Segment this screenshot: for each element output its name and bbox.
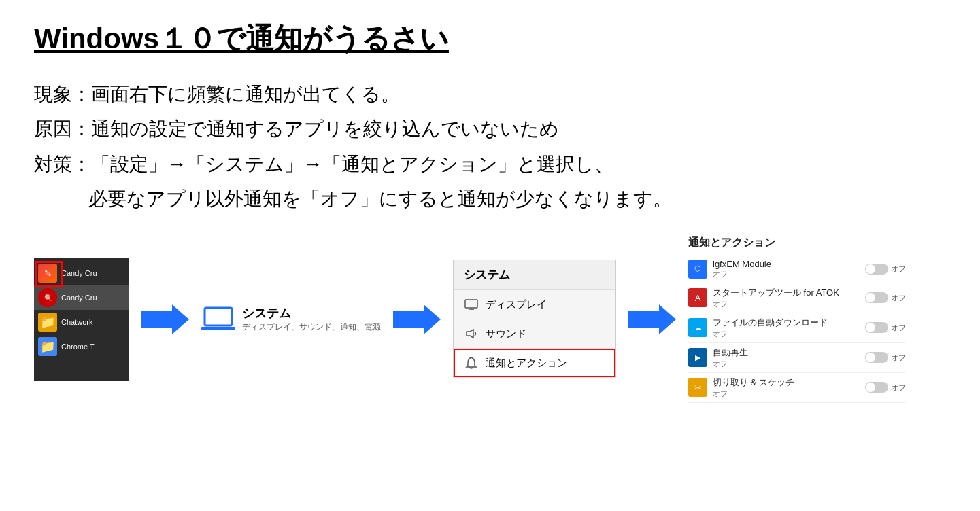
- svg-marker-3: [393, 304, 441, 334]
- app-label-candy1: Candy Cru: [61, 269, 97, 277]
- notif-name-2: ファイルの自動ダウンロード: [713, 317, 860, 329]
- red-highlight-gear: [35, 261, 63, 287]
- notif-status-3: オフ: [713, 359, 860, 369]
- system-menu: システム ディスプレイ サウンド 通知とアクション: [453, 260, 616, 378]
- notif-icon-2: ☁: [688, 318, 707, 337]
- notif-item-0: ⬡ igfxEM Module オフ オフ: [688, 256, 906, 283]
- notif-text-3: 自動再生 オフ: [713, 347, 860, 369]
- notif-text-4: 切り取り & スケッチ オフ: [713, 376, 860, 399]
- notif-item-2: ☁ ファイルの自動ダウンロード オフ オフ: [688, 313, 906, 343]
- notification-icon: [464, 355, 479, 370]
- notification-panel: 通知とアクション ⬡ igfxEM Module オフ オフ A: [688, 236, 906, 403]
- app-item-chatwork: 📁 Chatwork: [34, 310, 129, 334]
- notif-icon-4: ✂: [688, 378, 707, 397]
- notif-toggle-1[interactable]: オフ: [865, 292, 906, 303]
- toggle-switch-3[interactable]: [865, 352, 888, 363]
- notif-status-1: オフ: [713, 299, 860, 309]
- notif-item-4: ✂ 切り取り & スケッチ オフ オフ: [688, 373, 906, 403]
- folder-icon-chrome: 📁: [40, 339, 55, 354]
- arrow2: [393, 304, 441, 334]
- system-sub-label: ディスプレイ、サウンド、通知、電源: [242, 321, 381, 333]
- notif-name-3: 自動再生: [713, 347, 860, 359]
- notif-name-4: 切り取り & スケッチ: [713, 376, 860, 389]
- system-menu-title: システム: [454, 260, 615, 290]
- notif-text-1: スタートアップツール for ATOK オフ: [713, 287, 860, 309]
- notif-icon-symbol-2: ☁: [694, 323, 702, 332]
- notif-item-3: ▶ 自動再生 オフ オフ: [688, 343, 906, 373]
- chrome-app-icon: 📁: [38, 337, 57, 356]
- system-main-label: システム: [242, 305, 381, 321]
- description-block: 現象：画面右下に頻繁に通知が出てくる。 原因：通知の設定で通知するアプリを絞り込…: [34, 78, 946, 215]
- svg-marker-0: [141, 304, 189, 334]
- page-title: Windows１０で通知がうるさい: [34, 20, 946, 58]
- laptop-icon: [201, 306, 235, 332]
- notif-status-4: オフ: [713, 389, 860, 399]
- notif-text-2: ファイルの自動ダウンロード オフ: [713, 317, 860, 339]
- notif-icon-symbol-3: ▶: [695, 353, 700, 362]
- toggle-switch-2[interactable]: [865, 322, 888, 333]
- menu-label-display: ディスプレイ: [486, 298, 547, 311]
- folder-icon-chatwork: 📁: [40, 315, 55, 330]
- notif-toggle-2[interactable]: オフ: [865, 322, 906, 333]
- notif-status-0: オフ: [713, 269, 860, 279]
- toggle-label-4: オフ: [891, 383, 906, 393]
- svg-marker-7: [467, 330, 473, 338]
- notif-icon-symbol-0: ⬡: [694, 264, 701, 273]
- toggle-label-2: オフ: [891, 323, 906, 333]
- app-label-chatwork: Chatwork: [61, 318, 92, 326]
- toggle-label-1: オフ: [891, 293, 906, 303]
- notif-icon-1: A: [688, 288, 707, 307]
- svg-rect-1: [205, 308, 232, 325]
- svg-rect-2: [201, 327, 235, 330]
- app-label-chrome: Chrome T: [61, 342, 95, 351]
- menu-item-sound: サウンド: [454, 319, 615, 349]
- menu-label-notification: 通知とアクション: [486, 357, 567, 370]
- toggle-switch-4[interactable]: [865, 382, 888, 393]
- toggle-switch-0[interactable]: [865, 264, 888, 275]
- display-icon: [464, 297, 479, 312]
- desc-line1: 現象：画面右下に頻繁に通知が出てくる。: [34, 78, 946, 111]
- system-text: システム ディスプレイ、サウンド、通知、電源: [242, 305, 381, 333]
- desc-line4: 必要なアプリ以外通知を「オフ」にすると通知が少なくなります。: [34, 183, 946, 215]
- toggle-label-0: オフ: [891, 264, 906, 274]
- notif-icon-3: ▶: [688, 348, 707, 367]
- svg-marker-8: [628, 304, 676, 334]
- desc-line2: 原因：通知の設定で通知するアプリを絞り込んでいないため: [34, 113, 946, 145]
- notif-name-1: スタートアップツール for ATOK: [713, 287, 860, 299]
- toggle-switch-1[interactable]: [865, 292, 888, 303]
- notif-toggle-0[interactable]: オフ: [865, 264, 906, 275]
- page: Windows１０で通知がうるさい 現象：画面右下に頻繁に通知が出てくる。 原因…: [0, 0, 980, 417]
- notif-icon-0: ⬡: [688, 260, 707, 279]
- arrow3: [628, 304, 676, 334]
- app-item-candy2: 🍭 Candy Cru: [34, 285, 129, 310]
- diagram: ⚙ ⏻ 🍬: [34, 236, 946, 403]
- app-label-candy: Candy Cru: [61, 294, 97, 302]
- arrow1: [141, 304, 189, 334]
- menu-label-sound: サウンド: [486, 328, 526, 340]
- notif-icon-symbol-4: ✂: [694, 383, 702, 393]
- app-item-chrome: 📁 Chrome T: [34, 334, 129, 359]
- notif-icon-symbol-1: A: [695, 293, 701, 303]
- sound-icon: [464, 326, 479, 341]
- svg-rect-4: [465, 300, 477, 308]
- notif-panel-title: 通知とアクション: [688, 236, 906, 250]
- notif-toggle-4[interactable]: オフ: [865, 382, 906, 393]
- notif-text-0: igfxEM Module オフ: [713, 259, 860, 279]
- chatwork-app-icon: 📁: [38, 313, 57, 332]
- notif-status-2: オフ: [713, 329, 860, 339]
- notif-name-0: igfxEM Module: [713, 259, 860, 269]
- desc-line3: 対策：「設定」→「システム」→「通知とアクション」と選択し、: [34, 148, 946, 181]
- system-step: システム ディスプレイ、サウンド、通知、電源: [201, 305, 381, 333]
- win-start-screenshot: ⚙ ⏻ 🍬: [34, 258, 129, 381]
- menu-item-notification: 通知とアクション: [454, 349, 615, 378]
- candy-app-icon2: 🍭: [38, 288, 57, 307]
- notif-toggle-3[interactable]: オフ: [865, 352, 906, 363]
- toggle-label-3: オフ: [891, 353, 906, 363]
- menu-item-display: ディスプレイ: [454, 290, 615, 319]
- system-icon-area: システム ディスプレイ、サウンド、通知、電源: [201, 305, 381, 333]
- notif-item-1: A スタートアップツール for ATOK オフ オフ: [688, 283, 906, 313]
